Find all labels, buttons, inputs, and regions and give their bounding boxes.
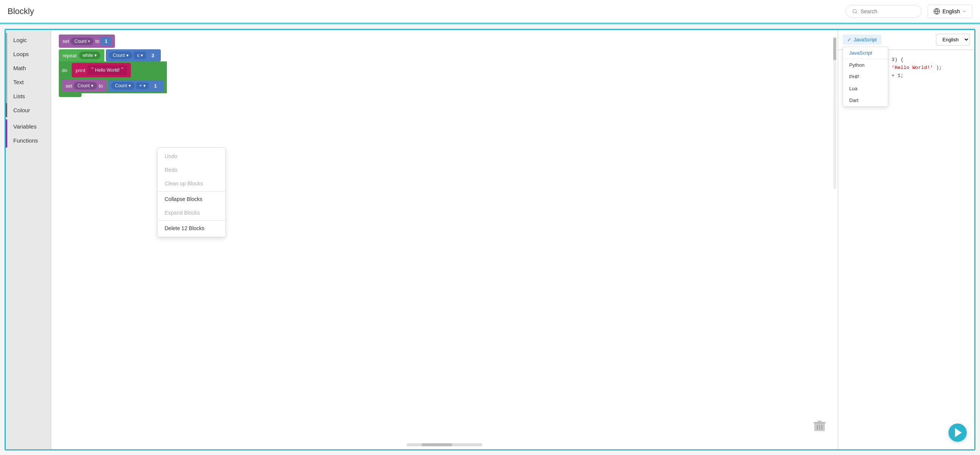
context-cleanup[interactable]: Clean up Blocks <box>158 177 225 190</box>
logo: Blockly <box>8 6 34 16</box>
set-value[interactable]: 1 <box>101 37 111 46</box>
print-label: print <box>75 67 85 73</box>
count4-pill[interactable]: Count ▾ <box>111 82 135 89</box>
count3-arrow: ▾ <box>91 83 93 88</box>
to2-label: to <box>99 83 103 89</box>
condition-block: Count ▾ ≤ ▾ 3 <box>106 49 161 61</box>
op-dropdown: ▾ <box>141 53 143 58</box>
search-box[interactable] <box>846 5 921 18</box>
count2-arrow: ▾ <box>126 53 129 58</box>
loop-footer <box>59 93 81 97</box>
code-area: while (Count <= 3) { window.alert( 'Hell… <box>838 50 974 449</box>
blockly-outer: Logic Loops Math Text Lists Colour Varia… <box>5 29 975 450</box>
svg-rect-5 <box>813 422 826 423</box>
repeat-label: repeat <box>62 53 76 58</box>
play-button[interactable] <box>948 423 967 442</box>
h-scrollbar-thumb[interactable] <box>422 443 452 446</box>
sidebar-item-text[interactable]: Text <box>6 75 51 89</box>
while-pill[interactable]: while ▾ <box>79 52 100 59</box>
header-lang-button[interactable]: English <box>928 5 972 18</box>
code-panel: ✓ JavaScript JavaScript Python PHP <box>838 30 974 449</box>
sidebar-item-functions[interactable]: Functions <box>6 134 51 148</box>
lte-operator[interactable]: ≤ ▾ <box>134 52 146 59</box>
blocks-area: set Count ▾ to 1 repeat <box>59 35 167 97</box>
count4-arrow: ▾ <box>129 83 131 88</box>
set2-label: set <box>65 83 72 89</box>
header: Blockly English <box>0 0 980 23</box>
set-count-inner-block[interactable]: set Count ▾ to <box>62 80 107 92</box>
js-language-badge[interactable]: ✓ JavaScript <box>843 35 881 45</box>
header-left: Blockly <box>8 6 34 16</box>
set-count-block[interactable]: set Count ▾ to 1 <box>59 35 167 48</box>
limit-value[interactable]: 3 <box>148 51 158 60</box>
lang-option-php[interactable]: PHP <box>843 71 888 83</box>
header-right: English <box>846 5 972 18</box>
do-label: do <box>62 67 67 73</box>
sidebar-item-loops[interactable]: Loops <box>6 47 51 61</box>
language-dropdown: JavaScript Python PHP Lua Dart <box>843 47 888 107</box>
set-block: set Count ▾ to 1 <box>59 35 115 48</box>
check-icon: ✓ <box>847 37 851 43</box>
svg-point-0 <box>853 9 856 13</box>
lang-option-lua[interactable]: Lua <box>843 83 888 94</box>
lang-option-python[interactable]: Python <box>843 59 888 71</box>
open-quote: " <box>91 67 94 73</box>
context-delete[interactable]: Delete 12 Blocks <box>158 221 225 235</box>
h-scrollbar[interactable] <box>407 443 482 446</box>
lang-option-dart[interactable]: Dart <box>843 94 888 106</box>
sidebar-item-logic[interactable]: Logic <box>6 33 51 47</box>
v-scrollbar[interactable] <box>833 38 836 189</box>
count3-pill[interactable]: Count ▾ <box>73 82 97 89</box>
sidebar-item-lists[interactable]: Lists <box>6 89 51 103</box>
print-block[interactable]: print " Hello World! " <box>72 63 131 77</box>
code-panel-header: ✓ JavaScript JavaScript Python PHP <box>838 30 974 50</box>
context-collapse[interactable]: Collapse Blocks <box>158 192 225 206</box>
workspace[interactable]: set Count ▾ to 1 repeat <box>51 30 838 449</box>
plus-operator[interactable]: + ▾ <box>136 82 149 89</box>
context-separator-1 <box>158 191 225 191</box>
count2-pill[interactable]: Count ▾ <box>109 52 132 59</box>
context-undo[interactable]: Undo <box>158 150 225 163</box>
context-menu: Undo Redo Clean up Blocks Collapse Block… <box>158 148 226 237</box>
set-label: set <box>62 38 69 44</box>
count-pill[interactable]: Count ▾ <box>70 38 94 45</box>
context-redo[interactable]: Redo <box>158 163 225 177</box>
main-container: Logic Loops Math Text Lists Colour Varia… <box>0 24 980 455</box>
increment-value[interactable]: 1 <box>150 81 161 90</box>
trash-icon[interactable] <box>813 419 826 434</box>
close-quote: " <box>121 67 124 73</box>
header-lang-label: English <box>942 8 960 14</box>
repeat-while-block[interactable]: repeat while ▾ Count ▾ <box>59 49 167 97</box>
plus-arrow: ▾ <box>143 83 146 88</box>
sidebar-item-math[interactable]: Math <box>6 61 51 75</box>
sidebar: Logic Loops Math Text Lists Colour Varia… <box>6 30 51 449</box>
math-expr-block[interactable]: Count ▾ + ▾ 1 <box>108 80 164 92</box>
svg-line-1 <box>856 12 857 13</box>
search-icon <box>852 8 858 14</box>
while-dropdown-arrow: ▾ <box>94 53 97 58</box>
lang-option-js[interactable]: JavaScript <box>843 47 888 59</box>
to-label: to <box>95 38 99 44</box>
v-scrollbar-thumb[interactable] <box>833 38 836 60</box>
context-separator-2 <box>158 220 225 221</box>
globe-icon <box>933 8 940 15</box>
chevron-down-icon <box>962 9 967 14</box>
sidebar-item-variables[interactable]: Variables <box>6 119 51 134</box>
search-input[interactable] <box>861 8 915 14</box>
display-lang-select[interactable]: English <box>936 34 970 46</box>
sidebar-item-colour[interactable]: Colour <box>6 103 51 117</box>
play-icon <box>955 428 962 437</box>
context-expand[interactable]: Expand Blocks <box>158 206 225 220</box>
hello-string[interactable]: " Hello World! " <box>88 65 127 75</box>
count-dropdown-arrow: ▾ <box>88 39 90 43</box>
